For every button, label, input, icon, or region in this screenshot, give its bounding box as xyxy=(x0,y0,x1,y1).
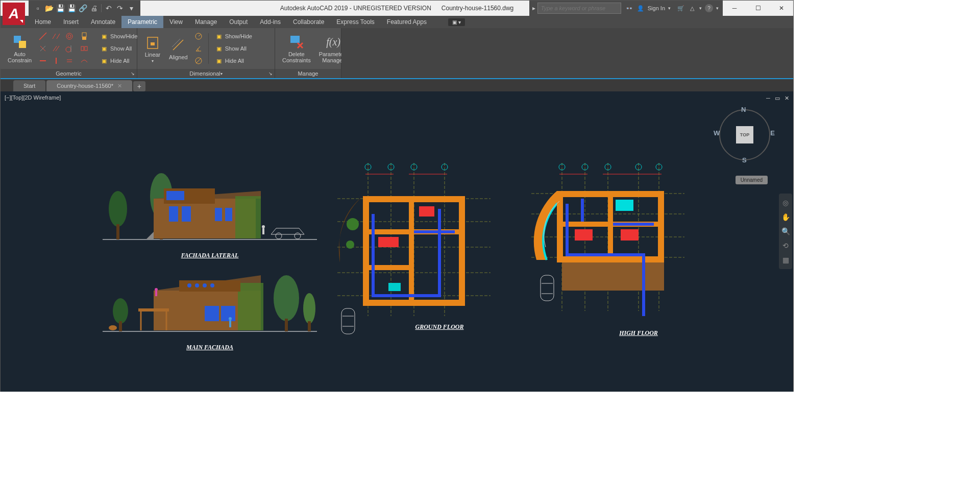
app-logo[interactable]: A xyxy=(3,3,25,25)
dim-hideall-button[interactable]: ▣Hide All xyxy=(213,55,254,66)
fix-icon[interactable] xyxy=(79,31,90,42)
tangent-icon[interactable] xyxy=(63,43,76,54)
person-icon[interactable]: 👤 xyxy=(636,4,645,12)
menu-manage[interactable]: Manage xyxy=(189,16,223,28)
showmotion-icon[interactable]: ▦ xyxy=(780,255,791,265)
new-icon[interactable]: ▫ xyxy=(33,3,43,13)
compass-w[interactable]: W xyxy=(714,129,720,137)
panel-geometric-label[interactable]: Geometric↘ xyxy=(1,69,137,78)
vp-minimize-icon[interactable]: ─ xyxy=(765,94,772,102)
viewcube[interactable]: N S E W TOP xyxy=(717,107,773,163)
horizontal-icon[interactable] xyxy=(37,55,49,66)
menu-view[interactable]: View xyxy=(163,16,189,28)
view-badge[interactable]: Unnamed xyxy=(736,176,768,184)
compass-s[interactable]: S xyxy=(742,156,747,164)
svg-rect-72 xyxy=(155,291,157,296)
tab-document[interactable]: Country-house-11560*✕ xyxy=(46,80,132,91)
share-icon[interactable]: △ xyxy=(688,4,696,12)
vertical-icon[interactable] xyxy=(50,55,62,66)
symmetric-icon[interactable] xyxy=(79,43,90,54)
drawing-canvas[interactable]: [−][Top][2D Wireframe] ─ ▭ ✕ N S E W TOP… xyxy=(1,91,793,392)
perpendicular-icon[interactable] xyxy=(37,43,49,54)
open-icon[interactable]: 📂 xyxy=(44,3,54,13)
panel-dimensional-label[interactable]: Dimensional ▾↘ xyxy=(137,69,275,78)
showall-icon: ▣ xyxy=(100,44,108,53)
zoom-icon[interactable]: 🔍 xyxy=(780,226,791,236)
coincident-icon[interactable] xyxy=(37,31,49,42)
menu-featured-apps[interactable]: Featured Apps xyxy=(381,16,433,28)
geo-showhide-button[interactable]: ▣Show/Hide xyxy=(98,31,139,42)
saveas-icon[interactable]: 💾 xyxy=(66,3,77,13)
collinear-icon[interactable] xyxy=(50,31,62,42)
minimize-button[interactable]: ─ xyxy=(723,1,746,16)
tab-close-icon[interactable]: ✕ xyxy=(117,83,122,89)
geo-showhide-label: Show/Hide xyxy=(110,33,137,39)
angular-icon[interactable] xyxy=(193,43,204,54)
vp-maximize-icon[interactable]: ▭ xyxy=(774,94,781,102)
binoculars-icon[interactable]: 👓 xyxy=(625,4,633,12)
svg-rect-120 xyxy=(562,262,664,291)
help-dropdown-icon[interactable]: ▾ xyxy=(716,6,719,11)
panel-manage: Delete Constraints f(x) Parameters Manag… xyxy=(275,28,341,78)
qat-dropdown-icon[interactable]: ▾ xyxy=(126,3,136,13)
tab-start[interactable]: Start xyxy=(13,80,45,91)
delete-constraints-button[interactable]: Delete Constraints xyxy=(279,30,314,67)
help-icon[interactable]: ? xyxy=(705,4,713,12)
menu-output[interactable]: Output xyxy=(223,16,254,28)
panel-launcher-icon[interactable]: ↘ xyxy=(131,71,135,76)
dimensional-visibility: ▣Show/Hide ▣Show All ▣Hide All xyxy=(213,31,254,66)
maximize-button[interactable]: ☐ xyxy=(746,1,770,16)
share-dropdown-icon[interactable]: ▾ xyxy=(699,6,702,11)
smooth-icon[interactable] xyxy=(79,55,90,66)
panel-dimensional: Linear ▾ Aligned ▣Show/Hide ▣Show All ▣H… xyxy=(137,28,275,78)
svg-point-98 xyxy=(346,241,354,249)
menu-addins[interactable]: Add-ins xyxy=(254,16,287,28)
geo-showall-button[interactable]: ▣Show All xyxy=(98,43,139,54)
menu-insert[interactable]: Insert xyxy=(57,16,85,28)
compass-n[interactable]: N xyxy=(741,106,746,113)
radial-icon[interactable] xyxy=(193,31,204,42)
auto-constrain-button[interactable]: Auto Constrain xyxy=(5,30,35,67)
compass-e[interactable]: E xyxy=(770,129,775,137)
tab-document-label: Country-house-11560* xyxy=(57,83,113,89)
concentric-icon[interactable] xyxy=(63,31,76,42)
plot-icon[interactable]: 🖨 xyxy=(89,3,99,13)
viewcube-face[interactable]: TOP xyxy=(736,126,753,143)
vp-close-icon[interactable]: ✕ xyxy=(783,94,790,102)
pan-icon[interactable]: ✋ xyxy=(780,212,791,222)
svg-rect-41 xyxy=(169,206,178,222)
redo-icon[interactable]: ↷ xyxy=(115,3,125,13)
aligned-button[interactable]: Aligned xyxy=(166,30,191,67)
orbit-icon[interactable]: ⟲ xyxy=(780,241,791,251)
showhide-icon: ▣ xyxy=(100,32,108,40)
svg-rect-119 xyxy=(608,197,613,256)
signin-dropdown-icon[interactable]: ▾ xyxy=(668,6,671,11)
menu-toggle-icon[interactable]: ▣ ▾ xyxy=(448,18,465,26)
web-icon[interactable]: 🔗 xyxy=(78,3,88,13)
dim-showhide-button[interactable]: ▣Show/Hide xyxy=(213,31,254,42)
menu-home[interactable]: Home xyxy=(29,16,57,28)
viewport-label[interactable]: [−][Top][2D Wireframe] xyxy=(5,94,61,101)
diameter-icon[interactable] xyxy=(193,55,204,66)
linear-dropdown-icon[interactable]: ▾ xyxy=(152,59,154,63)
geometric-visibility: ▣Show/Hide ▣Show All ▣Hide All xyxy=(98,31,139,66)
undo-icon[interactable]: ↶ xyxy=(104,3,114,13)
menu-collaborate[interactable]: Collaborate xyxy=(287,16,330,28)
cart-icon[interactable]: 🛒 xyxy=(677,4,685,12)
search-input[interactable] xyxy=(537,3,621,14)
parallel-icon[interactable] xyxy=(50,43,62,54)
geo-hideall-button[interactable]: ▣Hide All xyxy=(98,55,139,66)
svg-rect-42 xyxy=(182,206,191,222)
signin-button[interactable]: Sign In xyxy=(648,5,665,11)
save-icon[interactable]: 💾 xyxy=(55,3,65,13)
menu-express-tools[interactable]: Express Tools xyxy=(330,16,380,28)
dim-showall-button[interactable]: ▣Show All xyxy=(213,43,254,54)
linear-button[interactable]: Linear ▾ xyxy=(141,30,164,67)
menu-annotate[interactable]: Annotate xyxy=(85,16,121,28)
close-button[interactable]: ✕ xyxy=(770,1,793,16)
new-tab-button[interactable]: + xyxy=(133,81,145,91)
panel-launcher-icon[interactable]: ↘ xyxy=(268,71,273,76)
steering-wheel-icon[interactable]: ◎ xyxy=(780,198,791,208)
equal-icon[interactable] xyxy=(63,55,76,66)
menu-parametric[interactable]: Parametric xyxy=(121,16,163,28)
